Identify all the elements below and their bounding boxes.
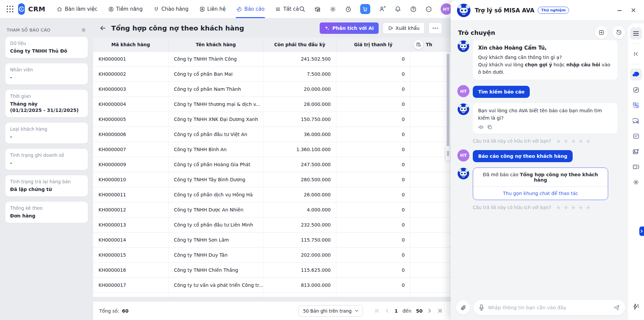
menu-leads[interactable]: Tiềm năng [108, 0, 143, 18]
collapse-chat-link[interactable]: Thu gọn khung chat để thao tác [473, 187, 608, 200]
table-row[interactable]: KH0000014 Công ty TNHH Sơn Lâm 115.750.0… [93, 233, 451, 248]
collapse-panel-icon[interactable] [630, 48, 642, 60]
star-icon[interactable] [556, 205, 561, 210]
chat-search-icon[interactable] [630, 115, 642, 127]
copy-icon[interactable] [487, 125, 492, 130]
cell-extra [410, 127, 451, 142]
menu-quotes[interactable]: Chào hàng [153, 0, 189, 18]
star-icon[interactable] [571, 138, 576, 144]
col-header-extra[interactable]: Th [410, 38, 451, 51]
last-page-icon[interactable] [437, 308, 443, 314]
card-scan-icon[interactable] [630, 161, 642, 173]
cell-extra [410, 52, 451, 66]
table-row[interactable]: KH0000012 Công ty TNHH Dược An Nhiên 4.0… [93, 202, 451, 217]
more-options-icon[interactable] [425, 6, 432, 13]
settings-gear-icon[interactable] [329, 6, 336, 13]
prev-page-icon[interactable] [385, 308, 390, 313]
page-size-dropdown[interactable]: 50 Bản ghi trên trang [299, 305, 363, 317]
translate-icon[interactable]: 文A [630, 99, 642, 111]
param-card[interactable]: Thống kê theo Đơn hàng [5, 202, 88, 223]
image-generate-icon[interactable] [630, 145, 642, 157]
export-button[interactable]: Xuất khẩu [383, 22, 425, 34]
search-icon[interactable] [299, 6, 306, 12]
table-row[interactable]: KH0000016 Công ty TNHH Chiến Thắng 115.6… [93, 263, 451, 278]
rail-chat-icon[interactable] [630, 68, 642, 80]
add-user-icon[interactable] [379, 5, 386, 13]
table-row[interactable]: KH0000005 Công ty TNHH XNK Đại Dương Xan… [93, 112, 451, 127]
star-icon[interactable] [571, 205, 576, 210]
user-avatar[interactable]: HT [441, 3, 452, 15]
param-value-secondary: (01/12/2025 - 31/12/2025) [10, 107, 83, 114]
cart-icon[interactable] [360, 4, 370, 14]
product-search-icon[interactable] [314, 6, 321, 13]
param-card[interactable]: Tình trạng ghi doanh số - [5, 149, 88, 170]
chat-section-title: Trò chuyện [458, 29, 495, 36]
expand-panel-tab[interactable] [639, 227, 644, 236]
star-icon[interactable] [586, 205, 591, 210]
reminder-clock-icon[interactable] [345, 6, 352, 13]
cell-liquidation-value: 0 [336, 127, 410, 142]
rail-menu-icon[interactable] [630, 27, 642, 40]
col-header-liquidation-value[interactable]: Giá trị thanh lý [336, 38, 410, 51]
read-aloud-icon[interactable] [478, 125, 484, 130]
table-row[interactable]: KH0000018 Công ty TNHH thời trang KPO Vi… [93, 293, 451, 297]
table-row[interactable]: KH0000006 Công ty cổ phần đầu tư Việt An… [93, 127, 451, 142]
close-icon[interactable] [631, 8, 636, 13]
table-row[interactable]: KH0000017 Công ty tư vấn và phát triển C… [93, 278, 451, 293]
rail-settings-gear-icon[interactable] [630, 176, 642, 188]
table-scrollbar-thumb[interactable] [447, 54, 449, 149]
sidebar-settings-gear-icon[interactable] [81, 27, 86, 33]
star-icon[interactable] [586, 138, 591, 144]
panel-resize-handle[interactable] [446, 146, 450, 161]
star-icon[interactable] [563, 138, 568, 144]
table-row[interactable]: KH0000003 Công ty cổ phần Nam Thành 20.0… [93, 82, 451, 97]
table-row[interactable]: KH0000013 Công ty cổ phần đầu tư Liên Mi… [93, 217, 451, 233]
col-header-opening-receivable[interactable]: Còn phải thu đầu kỳ [263, 38, 336, 51]
param-card[interactable]: Tình trạng trả lại hàng bán Đã lập chứng… [5, 175, 88, 196]
chat-input[interactable] [488, 305, 610, 311]
app-launcher-icon[interactable] [7, 6, 13, 12]
next-page-icon[interactable] [427, 308, 432, 313]
star-icon[interactable] [578, 205, 583, 210]
minimize-icon[interactable] [617, 8, 622, 13]
col-header-customer-name[interactable]: Tên khách hàng [169, 38, 263, 51]
summary-note-icon[interactable] [630, 130, 642, 142]
cell-opening-receivable: 1.360.100.000 [263, 142, 336, 157]
menu-workspace[interactable]: Bàn làm việc [57, 0, 97, 18]
table-row[interactable]: KH0000002 Công ty cổ phần Ban Mai 7.500.… [93, 67, 451, 82]
star-icon[interactable] [563, 205, 568, 210]
param-card[interactable]: Thời gian Tháng này (01/12/2025 - 31/12/… [5, 90, 88, 117]
param-card[interactable]: Dữ liệu Công ty TNHH Thủ Đô [5, 37, 88, 58]
attachment-paperclip-icon[interactable] [456, 301, 470, 315]
send-icon[interactable] [613, 304, 620, 311]
more-actions-button[interactable] [429, 22, 442, 34]
table-row[interactable]: KH0000004 Công ty TNHH thương mại & dịch… [93, 97, 451, 112]
chat-history-icon[interactable] [613, 26, 625, 39]
back-arrow-icon[interactable] [99, 24, 107, 32]
new-chat-icon[interactable] [595, 26, 608, 39]
microphone-icon[interactable] [479, 304, 484, 311]
analyze-with-ai-button[interactable]: Phân tích với AI [320, 22, 379, 34]
param-card[interactable]: Nhân viên - [5, 63, 88, 84]
menu-reports[interactable]: Báo cáo [236, 0, 264, 18]
add-column-icon[interactable] [414, 40, 423, 49]
table-row[interactable]: KH0000009 Công ty cổ phần Hoàng Gia Phát… [93, 157, 451, 172]
table-row[interactable]: KH0000010 Công ty TNHH Tây Bình Dương 28… [93, 172, 451, 187]
ava-message-report-opened: Đã mở báo cáo Tổng hợp công nợ theo khác… [457, 168, 627, 200]
table-row[interactable]: KH0000011 Công ty cổ phần dịch vụ Hồng H… [93, 187, 451, 202]
star-icon[interactable] [578, 138, 583, 144]
first-page-icon[interactable] [374, 308, 380, 314]
prompt-shortcuts-icon[interactable] [630, 301, 642, 313]
compose-note-icon[interactable] [630, 84, 642, 96]
crm-logo[interactable] [18, 3, 25, 15]
col-header-customer-code[interactable]: Mã khách hàng [93, 38, 169, 51]
help-icon[interactable] [410, 6, 417, 13]
menu-contacts[interactable]: Liên hệ [199, 0, 226, 18]
notifications-bell-icon[interactable] [394, 6, 401, 13]
menu-all[interactable]: Tất cả [275, 0, 299, 18]
table-row[interactable]: KH0000001 Công ty TNHH Thành Công 241.50… [93, 52, 451, 67]
table-row[interactable]: KH0000007 Công ty TNHH Bình An 1.360.100… [93, 142, 451, 157]
table-row[interactable]: KH0000015 Công ty TNHH Duy Tân 202.000.0… [93, 248, 451, 263]
star-icon[interactable] [556, 138, 561, 144]
param-card[interactable]: Loại khách hàng - [5, 123, 88, 144]
